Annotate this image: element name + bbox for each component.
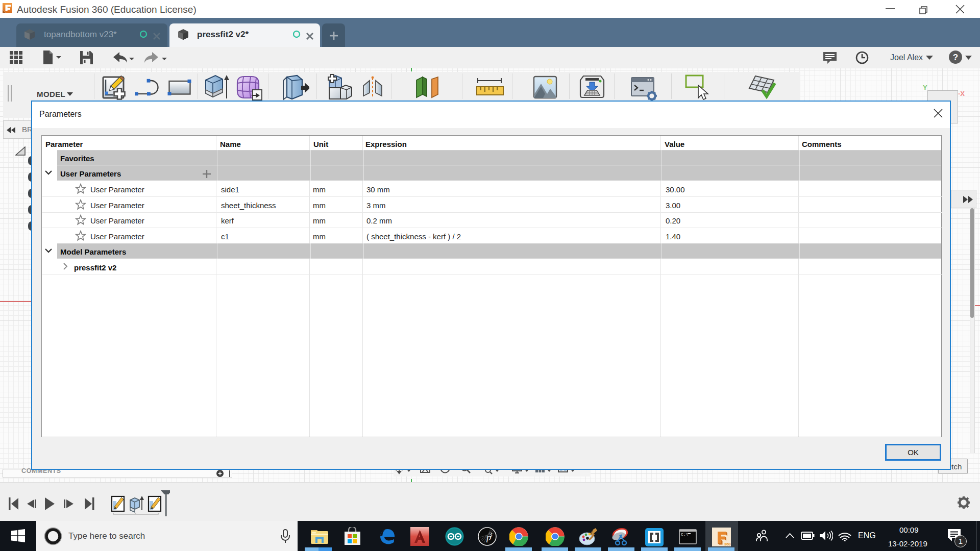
svg-text:360: 360 xyxy=(724,542,731,546)
svg-text:3: 3 xyxy=(489,531,493,538)
svg-text:?: ? xyxy=(953,53,958,62)
svg-text:C:\: C:\ xyxy=(681,532,689,537)
